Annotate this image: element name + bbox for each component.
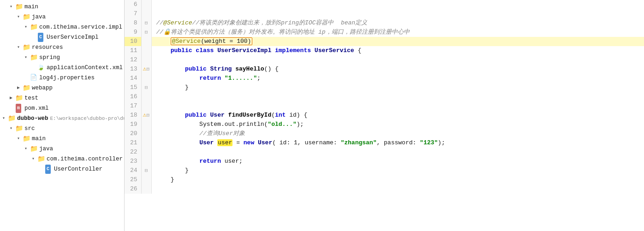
code-26 — [151, 184, 644, 194]
folder-icon-resources: 📁 — [22, 43, 30, 52]
line-num-11: 11 — [125, 46, 141, 55]
code-22 — [151, 148, 644, 157]
tree-item-userserviceimpl[interactable]: C UserServiceImpl — [0, 32, 124, 42]
tree-item-spring[interactable]: ▾ 📁 spring — [0, 53, 124, 63]
tree-item-java2[interactable]: ▾ 📁 java — [0, 144, 124, 154]
label-dubboweb: dubbo-web — [17, 114, 48, 123]
arrow-main2: ▾ — [15, 134, 22, 143]
gutter-9: ⊟ — [141, 28, 151, 37]
gutter-7 — [141, 9, 151, 18]
code-20: //查询User对象 — [151, 129, 644, 138]
code-line-23: 23 return user; — [125, 157, 644, 166]
tree-item-usercontroller[interactable]: C UserController — [0, 164, 124, 174]
label-controller: com.itheima.controller — [47, 154, 124, 164]
folder-icon-main2: 📁 — [22, 134, 30, 143]
folder-icon-dubboweb: 📁 — [7, 114, 16, 123]
arrow-java2: ▾ — [22, 144, 30, 154]
code-line-22: 22 — [125, 148, 644, 157]
line-num-9: 9 — [125, 28, 141, 37]
gutter-18: ⚠⊟ — [141, 111, 151, 120]
tree-item-appctx[interactable]: 🍃 applicationContext.xml — [0, 63, 124, 73]
fold-icon-13[interactable]: ⊟ — [147, 66, 150, 72]
code-line-10: 10 @Service(weight = 100) — [125, 37, 644, 46]
class-icon-uc: C — [44, 165, 53, 174]
code-14: return "1......"; — [151, 74, 644, 83]
gutter-13: ⚠⊟ — [141, 65, 151, 74]
label-usi: UserServiceImpl — [47, 33, 124, 42]
tree-item-src[interactable]: ▾ 📁 src — [0, 124, 124, 134]
fold-icon-24[interactable]: ⊟ — [145, 168, 148, 173]
line-num-25: 25 — [125, 175, 141, 184]
tree-item-log4j[interactable]: 📄 log4j.properties — [0, 73, 124, 83]
tree-item-webapp[interactable]: ▶ 📁 webapp — [0, 83, 124, 93]
line-num-12: 12 — [125, 55, 141, 65]
gutter-12 — [141, 55, 151, 65]
code-line-8: 8 ⊟ //@Service//将该类的对象创建出来，放到Spring的IOC容… — [125, 18, 644, 28]
code-editor: 6 7 8 ⊟ //@Service//将该类的对象创建出来，放到Spring的… — [125, 0, 644, 231]
tree-item-controller[interactable]: ▾ 📁 com.itheima.controller — [0, 154, 124, 164]
gutter-21 — [141, 138, 151, 148]
fold-icon-9[interactable]: ⊟ — [145, 30, 148, 35]
arrow-test: ▶ — [7, 94, 15, 103]
code-line-18: 18 ⚠⊟ public User findUserById(int id) { — [125, 111, 644, 120]
code-line-7: 7 — [125, 9, 644, 18]
label-service-impl: com.itheima.service.impl — [39, 23, 124, 32]
folder-icon-spring: 📁 — [30, 53, 38, 62]
tree-item-main[interactable]: ▾ 📁 main — [0, 2, 124, 12]
fold-icon-15[interactable]: ⊟ — [145, 85, 148, 90]
line-num-21: 21 — [125, 138, 141, 148]
tree-item-resources[interactable]: ▾ 📁 resources — [0, 42, 124, 53]
arrow-webapp: ▶ — [15, 83, 22, 93]
arrow-src: ▾ — [7, 124, 15, 133]
arrow-service-impl: ▾ — [22, 23, 30, 32]
fold-icon-18[interactable]: ⊟ — [147, 113, 150, 118]
label-appctx: applicationContext.xml — [47, 63, 124, 72]
tree-item-pom[interactable]: m pom.xml — [0, 103, 124, 113]
tree-item-java[interactable]: ▾ 📁 java — [0, 12, 124, 22]
arrow-main: ▾ — [7, 2, 15, 12]
gutter-6 — [141, 0, 151, 9]
arrow-dubboweb: ▾ — [0, 114, 7, 123]
gutter-24: ⊟ — [141, 166, 151, 175]
line-num-16: 16 — [125, 92, 141, 101]
tree-item-dubboweb[interactable]: ▾ 📁 dubbo-web E:\workspace\dubbo-pro\dub… — [0, 113, 124, 124]
line-num-22: 22 — [125, 148, 141, 157]
gutter-warn-13[interactable]: ⚠ — [143, 65, 147, 72]
code-line-20: 20 //查询User对象 — [125, 129, 644, 138]
code-21: User user = new User( id: 1, username: "… — [151, 138, 644, 148]
code-24: } — [151, 166, 644, 175]
label-spring: spring — [39, 53, 124, 62]
label-java2: java — [39, 144, 124, 154]
code-13: public String sayHello() { — [151, 65, 644, 74]
label-webapp: webapp — [32, 83, 124, 93]
code-16 — [151, 92, 644, 101]
file-tree: ▾ 📁 main ▾ 📁 java ▾ 📁 com.itheima.servic… — [0, 0, 125, 231]
tree-item-service-impl[interactable]: ▾ 📁 com.itheima.service.impl — [0, 22, 124, 32]
code-line-19: 19 System.out.println("old..."); — [125, 120, 644, 129]
folder-icon-java2: 📁 — [30, 144, 38, 154]
folder-icon-webapp: 📁 — [22, 83, 30, 93]
line-num-18: 18 — [125, 111, 141, 120]
label-log4j: log4j.properties — [39, 73, 124, 83]
code-17 — [151, 101, 644, 111]
gutter-warn-18[interactable]: ⚠ — [143, 112, 147, 118]
gutter-19 — [141, 120, 151, 129]
code-line-17: 17 — [125, 101, 644, 111]
code-11: public class UserServiceImpl implements … — [151, 46, 644, 55]
tree-item-test[interactable]: ▶ 📁 test — [0, 93, 124, 103]
tree-item-main2[interactable]: ▾ 📁 main — [0, 134, 124, 144]
line-num-20: 20 — [125, 129, 141, 138]
label-pom: pom.xml — [24, 104, 124, 113]
line-num-7: 7 — [125, 9, 141, 18]
fold-icon-8[interactable]: ⊟ — [145, 20, 148, 26]
code-line-13: 13 ⚠⊟ public String sayHello() { — [125, 65, 644, 74]
code-19: System.out.println("old..."); — [151, 120, 644, 129]
gutter-17 — [141, 101, 151, 111]
folder-icon-service-impl: 📁 — [30, 23, 38, 32]
code-line-21: 21 User user = new User( id: 1, username… — [125, 138, 644, 148]
code-line-26: 26 — [125, 184, 644, 194]
code-6 — [151, 0, 644, 9]
line-num-23: 23 — [125, 157, 141, 166]
arrow-resources: ▾ — [15, 43, 22, 52]
line-num-26: 26 — [125, 184, 141, 194]
